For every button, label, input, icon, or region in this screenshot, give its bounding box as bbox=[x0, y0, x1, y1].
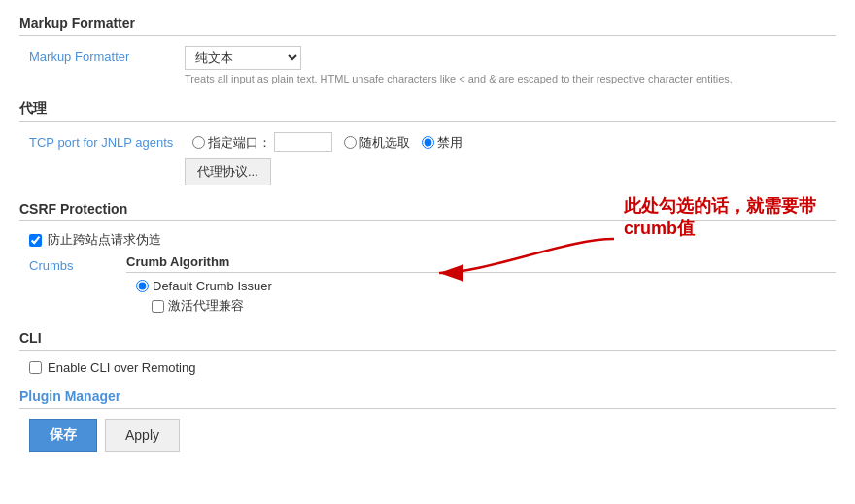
activate-proxy-checkbox[interactable] bbox=[152, 300, 164, 313]
cli-checkbox-label: Enable CLI over Remoting bbox=[48, 360, 195, 375]
proxy-radio-fixed: 指定端口： bbox=[192, 132, 332, 152]
csrf-checkbox-row: 防止跨站点请求伪造 bbox=[29, 231, 836, 249]
default-crumb-label: Default Crumb Issuer bbox=[153, 279, 272, 293]
activate-proxy-label: 激活代理兼容 bbox=[168, 297, 244, 315]
proxy-radio-random: 随机选取 bbox=[344, 134, 410, 151]
proxy-random-label: 随机选取 bbox=[359, 134, 410, 151]
proxy-disabled-radio[interactable] bbox=[422, 136, 434, 149]
crumbs-label: Crumbs bbox=[29, 254, 107, 273]
button-row: 保存 Apply bbox=[19, 419, 836, 452]
proxy-random-radio[interactable] bbox=[344, 136, 357, 149]
cli-section: CLI Enable CLI over Remoting bbox=[19, 324, 836, 375]
default-crumb-row: Default Crumb Issuer bbox=[136, 279, 836, 293]
proxy-options: 指定端口： 随机选取 禁用 bbox=[192, 132, 462, 152]
crumbs-row: Crumbs Crumb Algorithm Default Crumb Iss… bbox=[29, 254, 836, 315]
proxy-radio-row: TCP port for JNLP agents 指定端口： 随机选取 禁用 bbox=[19, 132, 836, 152]
crumb-algo-title: Crumb Algorithm bbox=[126, 254, 836, 273]
csrf-checkbox-label: 防止跨站点请求伪造 bbox=[48, 231, 161, 249]
apply-button[interactable]: Apply bbox=[105, 419, 180, 452]
markup-form-row: Markup Formatter 纯文本 Treats all input as… bbox=[19, 46, 836, 84]
markup-formatter-section: Markup Formatter Markup Formatter 纯文本 Tr… bbox=[19, 10, 836, 84]
crumb-algo-content: Default Crumb Issuer 激活代理兼容 bbox=[126, 279, 836, 315]
proxy-fixed-radio[interactable] bbox=[192, 136, 205, 149]
proxy-section-title: 代理 bbox=[19, 94, 836, 122]
activate-proxy-row: 激活代理兼容 bbox=[136, 297, 836, 315]
proxy-radio-disabled: 禁用 bbox=[422, 134, 462, 151]
proxy-protocol-button[interactable]: 代理协议... bbox=[185, 158, 271, 185]
cli-checkbox[interactable] bbox=[29, 361, 42, 374]
save-button[interactable]: 保存 bbox=[29, 419, 97, 452]
cli-content: Enable CLI over Remoting bbox=[19, 360, 836, 375]
plugin-manager-title: Plugin Manager bbox=[19, 385, 836, 409]
markup-label: Markup Formatter bbox=[29, 46, 185, 64]
proxy-fixed-label: 指定端口： bbox=[208, 134, 271, 151]
markup-formatter-select[interactable]: 纯文本 bbox=[185, 46, 301, 70]
markup-content: 纯文本 Treats all input as plain text. HTML… bbox=[185, 46, 836, 84]
default-crumb-radio[interactable] bbox=[136, 280, 149, 292]
proxy-disabled-label: 禁用 bbox=[437, 134, 462, 151]
plugin-manager-section: Plugin Manager 保存 Apply bbox=[19, 385, 836, 452]
csrf-section-title: CSRF Protection bbox=[19, 195, 836, 221]
markup-section-title: Markup Formatter bbox=[19, 10, 836, 36]
crumb-algorithm-panel: Crumb Algorithm Default Crumb Issuer 激活代… bbox=[126, 254, 836, 315]
proxy-port-input[interactable] bbox=[274, 132, 332, 152]
cli-section-title: CLI bbox=[19, 324, 836, 351]
cli-checkbox-row: Enable CLI over Remoting bbox=[29, 360, 836, 375]
proxy-btn-row: 代理协议... bbox=[19, 158, 836, 185]
proxy-label: TCP port for JNLP agents bbox=[29, 135, 185, 150]
csrf-checkbox[interactable] bbox=[29, 234, 42, 247]
csrf-content: 防止跨站点请求伪造 Crumbs Crumb Algorithm Default… bbox=[19, 231, 836, 315]
proxy-section: 代理 TCP port for JNLP agents 指定端口： 随机选取 禁… bbox=[19, 94, 836, 185]
csrf-section: CSRF Protection 防止跨站点请求伪造 Crumbs Crumb A… bbox=[19, 195, 836, 315]
markup-hint: Treats all input as plain text. HTML uns… bbox=[185, 73, 768, 84]
